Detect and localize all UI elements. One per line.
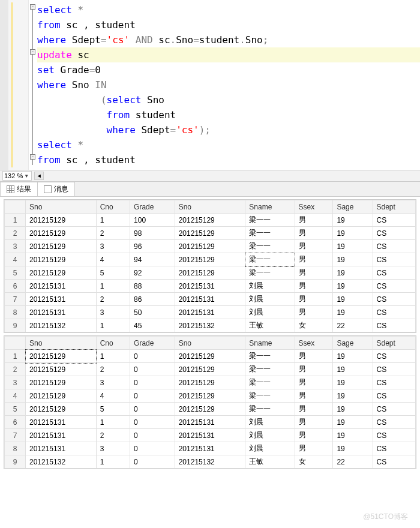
row-number[interactable]: 2 bbox=[5, 227, 26, 240]
tab-results[interactable]: 结果 bbox=[0, 182, 38, 196]
cell[interactable]: 201215131 bbox=[26, 429, 97, 442]
cell[interactable]: CS bbox=[373, 306, 416, 319]
cell[interactable]: 1 bbox=[96, 350, 130, 363]
row-number[interactable]: 7 bbox=[5, 429, 26, 442]
table-row[interactable]: 820121513130201215131刘晨男19CS bbox=[5, 442, 416, 455]
cell[interactable]: 1 bbox=[96, 280, 130, 293]
row-number[interactable]: 1 bbox=[5, 350, 26, 363]
table-row[interactable]: 320121512930201215129梁一一男19CS bbox=[5, 376, 416, 389]
cell[interactable]: 刘晨 bbox=[245, 416, 295, 429]
cell[interactable]: 19 bbox=[333, 403, 373, 416]
cell[interactable]: 梁一一 bbox=[245, 376, 295, 389]
cell[interactable]: 0 bbox=[130, 429, 175, 442]
cell[interactable]: CS bbox=[373, 240, 416, 253]
cell[interactable]: CS bbox=[373, 266, 416, 280]
cell[interactable]: 男 bbox=[295, 416, 333, 429]
cell[interactable]: 201215131 bbox=[26, 442, 97, 455]
cell[interactable]: CS bbox=[373, 253, 416, 266]
cell[interactable]: 201215129 bbox=[175, 363, 245, 376]
code-area[interactable]: select * from sc , student where Sdept='… bbox=[37, 0, 420, 170]
cell[interactable]: 201215129 bbox=[26, 389, 97, 403]
cell[interactable]: 4 bbox=[96, 253, 130, 266]
cell[interactable]: 女 bbox=[295, 319, 333, 332]
cell[interactable]: 5 bbox=[96, 403, 130, 416]
cell[interactable]: 2 bbox=[96, 429, 130, 442]
table-row[interactable]: 7201215131286201215131刘晨男19CS bbox=[5, 293, 416, 306]
cell[interactable]: 男 bbox=[295, 442, 333, 455]
cell[interactable]: 50 bbox=[130, 306, 175, 319]
cell[interactable]: 5 bbox=[96, 266, 130, 280]
cell[interactable]: 19 bbox=[333, 214, 373, 227]
cell[interactable]: 男 bbox=[295, 429, 333, 442]
cell[interactable]: 梁一一 bbox=[245, 253, 295, 266]
cell[interactable]: 201215131 bbox=[26, 293, 97, 306]
cell[interactable]: CS bbox=[373, 350, 416, 363]
row-number[interactable]: 3 bbox=[5, 376, 26, 389]
cell[interactable]: 201215131 bbox=[175, 442, 245, 455]
column-header[interactable]: Ssex bbox=[295, 200, 333, 214]
row-number[interactable]: 9 bbox=[5, 455, 26, 469]
cell[interactable]: 男 bbox=[295, 350, 333, 363]
cell[interactable]: 梁一一 bbox=[245, 214, 295, 227]
cell[interactable]: 19 bbox=[333, 240, 373, 253]
table-row[interactable]: 2201215129298201215129梁一一男19CS bbox=[5, 227, 416, 240]
cell[interactable]: 男 bbox=[295, 240, 333, 253]
cell[interactable]: 201215132 bbox=[175, 455, 245, 469]
column-header[interactable]: Sno bbox=[26, 337, 97, 350]
cell[interactable]: CS bbox=[373, 319, 416, 332]
table-row[interactable]: 720121513120201215131刘晨男19CS bbox=[5, 429, 416, 442]
cell[interactable]: CS bbox=[373, 227, 416, 240]
column-header[interactable]: Sname bbox=[245, 337, 295, 350]
cell[interactable]: 女 bbox=[295, 455, 333, 469]
cell[interactable]: 19 bbox=[333, 442, 373, 455]
cell[interactable]: 3 bbox=[96, 240, 130, 253]
table-row[interactable]: 8201215131350201215131刘晨男19CS bbox=[5, 306, 416, 319]
cell[interactable]: 201215129 bbox=[26, 253, 97, 266]
row-number[interactable]: 5 bbox=[5, 266, 26, 280]
table-row[interactable]: 620121513110201215131刘晨男19CS bbox=[5, 416, 416, 429]
cell[interactable]: 86 bbox=[130, 293, 175, 306]
cell[interactable]: 2 bbox=[96, 293, 130, 306]
cell[interactable]: 22 bbox=[333, 319, 373, 332]
row-number[interactable]: 8 bbox=[5, 442, 26, 455]
cell[interactable]: 刘晨 bbox=[245, 293, 295, 306]
cell[interactable]: 201215131 bbox=[175, 306, 245, 319]
cell[interactable]: 0 bbox=[130, 350, 175, 363]
cell[interactable]: 1 bbox=[96, 319, 130, 332]
column-header[interactable]: Ssex bbox=[295, 337, 333, 350]
cell[interactable]: 201215129 bbox=[175, 227, 245, 240]
cell[interactable]: 男 bbox=[295, 376, 333, 389]
cell[interactable]: 男 bbox=[295, 214, 333, 227]
cell[interactable]: 201215129 bbox=[175, 403, 245, 416]
cell[interactable]: 201215129 bbox=[26, 266, 97, 280]
table-row[interactable]: 120121512910201215129梁一一男19CS bbox=[5, 350, 416, 363]
cell[interactable]: CS bbox=[373, 214, 416, 227]
cell[interactable]: CS bbox=[373, 455, 416, 469]
cell[interactable]: CS bbox=[373, 293, 416, 306]
cell[interactable]: 201215131 bbox=[175, 429, 245, 442]
cell[interactable]: 刘晨 bbox=[245, 429, 295, 442]
cell[interactable]: 201215132 bbox=[26, 455, 97, 469]
cell[interactable]: 201215131 bbox=[26, 280, 97, 293]
cell[interactable]: 19 bbox=[333, 416, 373, 429]
row-number[interactable]: 6 bbox=[5, 280, 26, 293]
column-header[interactable]: Sdept bbox=[373, 200, 416, 214]
cell[interactable]: CS bbox=[373, 416, 416, 429]
cell[interactable]: 22 bbox=[333, 455, 373, 469]
row-number[interactable]: 3 bbox=[5, 240, 26, 253]
cell[interactable]: 88 bbox=[130, 280, 175, 293]
row-number[interactable]: 5 bbox=[5, 403, 26, 416]
cell[interactable]: 0 bbox=[130, 442, 175, 455]
row-number[interactable]: 2 bbox=[5, 363, 26, 376]
cell[interactable]: 刘晨 bbox=[245, 280, 295, 293]
table-row[interactable]: 6201215131188201215131刘晨男19CS bbox=[5, 280, 416, 293]
row-number[interactable]: 4 bbox=[5, 389, 26, 403]
fold-toggle-icon[interactable]: - bbox=[30, 4, 35, 10]
table-row[interactable]: 3201215129396201215129梁一一男19CS bbox=[5, 240, 416, 253]
row-number[interactable]: 9 bbox=[5, 319, 26, 332]
cell[interactable]: 98 bbox=[130, 227, 175, 240]
table-row[interactable]: 4201215129494201215129梁一一男19CS bbox=[5, 253, 416, 266]
cell[interactable]: CS bbox=[373, 403, 416, 416]
cell[interactable]: 96 bbox=[130, 240, 175, 253]
cell[interactable]: 201215129 bbox=[175, 240, 245, 253]
